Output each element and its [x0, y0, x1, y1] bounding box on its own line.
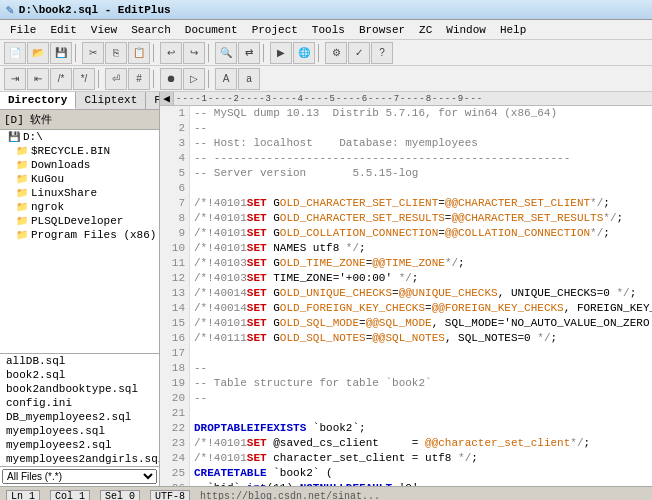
- menu-project[interactable]: Project: [246, 23, 304, 37]
- code-line: CREATE TABLE `book2` (: [194, 466, 648, 481]
- code-line: [194, 181, 648, 196]
- line-number: 21: [164, 406, 185, 421]
- status-website: https://blog.csdn.net/sinat...: [200, 491, 380, 500]
- run-button[interactable]: ▶: [270, 42, 292, 64]
- browser-button[interactable]: 🌐: [293, 42, 315, 64]
- code-text[interactable]: -- MySQL dump 10.13 Distrib 5.7.16, for …: [190, 106, 652, 486]
- line-number: 4: [164, 151, 185, 166]
- code-line: --: [194, 391, 648, 406]
- left-panel: Directory Cliptext Functions [D] 软件 💾 D:…: [0, 92, 160, 486]
- file-alldb[interactable]: allDB.sql: [0, 354, 159, 368]
- file-book2[interactable]: book2.sql: [0, 368, 159, 382]
- open-button[interactable]: 📂: [27, 42, 49, 64]
- tree-label-programfiles: Program Files (x86): [31, 229, 156, 241]
- title-bar: ✎ D:\book2.sql - EditPlus: [0, 0, 652, 20]
- folder-icon-6: 📁: [16, 215, 28, 227]
- save-button[interactable]: 💾: [50, 42, 72, 64]
- tree-item-plsql[interactable]: 📁 PLSQLDeveloper: [0, 214, 159, 228]
- menu-zc[interactable]: ZC: [413, 23, 438, 37]
- file-myemployees[interactable]: myemployees.sql: [0, 424, 159, 438]
- status-line: Ln 1: [6, 490, 40, 500]
- spell-button[interactable]: ✓: [348, 42, 370, 64]
- line-numbers: 1234567891011121314151617181920212223242…: [160, 106, 190, 486]
- code-line: DROP TABLE IF EXISTS `book2`;: [194, 421, 648, 436]
- indent-button[interactable]: ⇥: [4, 68, 26, 90]
- code-line: /*!40111 SET GOLD_SQL_NOTES=@@SQL_NOTES,…: [194, 331, 648, 346]
- menu-document[interactable]: Document: [179, 23, 244, 37]
- dir-header-label: [D] 软件: [4, 112, 52, 127]
- code-content[interactable]: 1234567891011121314151617181920212223242…: [160, 106, 652, 486]
- code-area: ◀ ----1----2----3----4----5----6----7---…: [160, 92, 652, 486]
- file-db-myemployees2[interactable]: DB_myemployees2.sql: [0, 410, 159, 424]
- linenumber-button[interactable]: #: [128, 68, 150, 90]
- file-config[interactable]: config.ini: [0, 396, 159, 410]
- code-line: -- Host: localhost Database: myemployees: [194, 136, 648, 151]
- wordwrap-button[interactable]: ⏎: [105, 68, 127, 90]
- line-number: 1: [164, 106, 185, 121]
- menu-tools[interactable]: Tools: [306, 23, 351, 37]
- tab-directory[interactable]: Directory: [0, 92, 76, 109]
- undo-button[interactable]: ↩: [160, 42, 182, 64]
- toolbar-1: 📄 📂 💾 ✂ ⎘ 📋 ↩ ↪ 🔍 ⇄ ▶ 🌐 ⚙ ✓ ?: [0, 40, 652, 66]
- tree-label-drive: D:\: [23, 131, 43, 143]
- folder-icon-4: 📁: [16, 187, 28, 199]
- status-encoding: UTF-8: [150, 490, 190, 500]
- file-book2andbooktype[interactable]: book2andbooktype.sql: [0, 382, 159, 396]
- line-number: 5: [164, 166, 185, 181]
- file-filter-select[interactable]: All Files (*.*): [2, 469, 157, 484]
- menu-help[interactable]: Help: [494, 23, 532, 37]
- folder-icon-5: 📁: [16, 201, 28, 213]
- tree-item-drive[interactable]: 💾 D:\: [0, 130, 159, 144]
- uncomment-button[interactable]: */: [73, 68, 95, 90]
- code-line: -- MySQL dump 10.13 Distrib 5.7.16, for …: [194, 106, 648, 121]
- tab-functions[interactable]: Functions: [146, 92, 160, 109]
- code-line: --: [194, 121, 648, 136]
- tree-item-recycle[interactable]: 📁 $RECYCLE.BIN: [0, 144, 159, 158]
- dir-dropdown[interactable]: All Files (*.*): [0, 466, 159, 486]
- cut-button[interactable]: ✂: [82, 42, 104, 64]
- code-line: -- -------------------------------------…: [194, 151, 648, 166]
- menu-browser[interactable]: Browser: [353, 23, 411, 37]
- preferences-button[interactable]: ⚙: [325, 42, 347, 64]
- new-button[interactable]: 📄: [4, 42, 26, 64]
- code-line: /*!40101 SET GOLD_SQL_MODE=@@SQL_MODE, S…: [194, 316, 648, 331]
- paste-button[interactable]: 📋: [128, 42, 150, 64]
- code-line: /*!40014 SET GOLD_UNIQUE_CHECKS=@@UNIQUE…: [194, 286, 648, 301]
- menu-edit[interactable]: Edit: [44, 23, 82, 37]
- file-list[interactable]: allDB.sql book2.sql book2andbooktype.sql…: [0, 353, 159, 466]
- line-number: 6: [164, 181, 185, 196]
- menu-search[interactable]: Search: [125, 23, 177, 37]
- help-button[interactable]: ?: [371, 42, 393, 64]
- ruler: ◀ ----1----2----3----4----5----6----7---…: [160, 92, 652, 106]
- tree-item-linuxshare[interactable]: 📁 LinuxShare: [0, 186, 159, 200]
- menu-window[interactable]: Window: [440, 23, 492, 37]
- tree-item-ngrok[interactable]: 📁 ngrok: [0, 200, 159, 214]
- replace-button[interactable]: ⇄: [238, 42, 260, 64]
- line-number: 7: [164, 196, 185, 211]
- ruler-arrow-left[interactable]: ◀: [160, 92, 174, 105]
- record-button[interactable]: ⏺: [160, 68, 182, 90]
- play-button[interactable]: ▷: [183, 68, 205, 90]
- file-myemployees2[interactable]: myemployees2.sql: [0, 438, 159, 452]
- tree-label-ngrok: ngrok: [31, 201, 64, 213]
- tree-item-kugou[interactable]: 📁 KuGou: [0, 172, 159, 186]
- line-number: 23: [164, 436, 185, 451]
- uppercase-button[interactable]: A: [215, 68, 237, 90]
- tree-label-linuxshare: LinuxShare: [31, 187, 97, 199]
- comment-button[interactable]: /*: [50, 68, 72, 90]
- sep5: [318, 44, 322, 62]
- tree-item-programfiles[interactable]: 📁 Program Files (x86): [0, 228, 159, 242]
- redo-button[interactable]: ↪: [183, 42, 205, 64]
- line-number: 20: [164, 391, 185, 406]
- lowercase-button[interactable]: a: [238, 68, 260, 90]
- menu-file[interactable]: File: [4, 23, 42, 37]
- find-button[interactable]: 🔍: [215, 42, 237, 64]
- copy-button[interactable]: ⎘: [105, 42, 127, 64]
- menu-view[interactable]: View: [85, 23, 123, 37]
- unindent-button[interactable]: ⇤: [27, 68, 49, 90]
- tab-cliptext[interactable]: Cliptext: [76, 92, 146, 109]
- file-myemployees2andgirls[interactable]: myemployees2andgirls.sql: [0, 452, 159, 466]
- tree-item-downloads[interactable]: 📁 Downloads: [0, 158, 159, 172]
- dir-tree[interactable]: 💾 D:\ 📁 $RECYCLE.BIN 📁 Downloads 📁 KuGou…: [0, 130, 159, 353]
- sep2: [153, 44, 157, 62]
